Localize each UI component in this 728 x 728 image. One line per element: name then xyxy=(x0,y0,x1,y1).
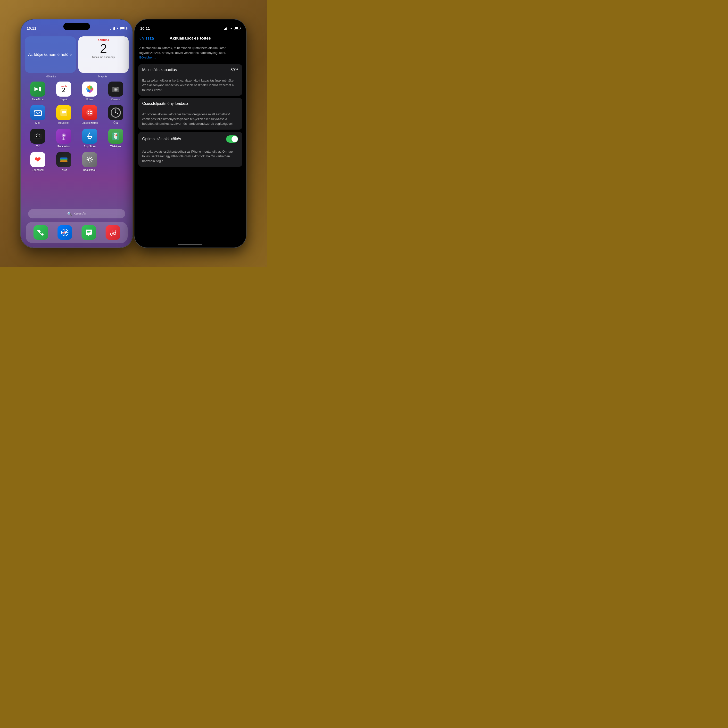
battery-icon-right xyxy=(234,27,240,30)
nav-bar: ‹ Vissza Akkuállapot és töltés xyxy=(135,33,246,44)
battery-info-text: A telefonakkumulátorok, mint minden újra… xyxy=(138,46,242,60)
clock-icon xyxy=(108,105,123,120)
svg-point-26 xyxy=(87,113,89,114)
status-right-right: ▲ xyxy=(224,26,240,30)
widget-labels: Időjárás Naptár xyxy=(25,75,128,78)
app-reminders[interactable]: Emlékeztetők xyxy=(80,105,99,124)
app-notes[interactable]: jegyzetek xyxy=(54,105,73,124)
tv-icon: ▶TV xyxy=(30,128,45,144)
app-photos[interactable]: Fotók xyxy=(80,81,99,101)
app-row-4: ❤ Egészség Tárca xyxy=(25,152,128,171)
status-right-left: ▲ xyxy=(110,26,127,30)
app-podcasts[interactable]: Podcastok xyxy=(54,128,73,148)
nav-title: Akkuállapot és töltés xyxy=(170,36,211,41)
battery-icon-left xyxy=(120,27,127,30)
app-maps[interactable]: Térképek xyxy=(106,128,125,148)
peak-performance-header: Csúcsteljesítmény leadása xyxy=(138,98,242,109)
photos-icon xyxy=(82,81,97,96)
svg-point-37 xyxy=(63,135,64,136)
max-capacity-title: Maximális kapacitás xyxy=(142,68,177,72)
svg-point-48 xyxy=(88,158,91,161)
cal-day-number: 2 xyxy=(100,42,107,55)
search-icon: 🔍 xyxy=(67,212,72,216)
dynamic-island-right xyxy=(177,23,203,30)
optimized-charging-toggle[interactable] xyxy=(226,135,238,143)
svg-marker-42 xyxy=(114,133,117,139)
health-icon: ❤ xyxy=(30,152,45,167)
svg-point-8 xyxy=(87,86,90,89)
dynamic-island xyxy=(63,23,90,30)
optimized-charging-row: Optimalizált akkutöltés xyxy=(138,132,242,146)
svg-point-16 xyxy=(113,87,113,88)
app-wallet[interactable]: Tárca xyxy=(54,152,73,171)
info-link[interactable]: Bővebben... xyxy=(139,55,156,59)
app-clock[interactable]: Óra xyxy=(106,105,125,124)
notes-icon xyxy=(56,105,71,120)
calendar-icon: szerda 2 xyxy=(56,81,71,96)
wallet-icon xyxy=(56,152,71,167)
search-bar-text: Keresés xyxy=(73,212,86,216)
svg-text:▶TV: ▶TV xyxy=(35,135,40,138)
wifi-icon-right: ▲ xyxy=(229,26,233,30)
svg-point-57 xyxy=(113,232,116,235)
dock-phone[interactable] xyxy=(34,225,48,240)
max-capacity-description: Ez az akkumulátor új korához viszonyítot… xyxy=(138,75,242,96)
reminders-icon xyxy=(82,105,97,120)
appstore-icon xyxy=(82,128,97,144)
camera-label: Kamera xyxy=(111,98,120,101)
signal-icon xyxy=(110,27,115,30)
app-row-3: ▶TV TV xyxy=(25,128,128,148)
widgets-area: Az Időjárás nem érhető el SZERDA 2 Nincs… xyxy=(25,37,128,73)
svg-point-56 xyxy=(110,233,113,236)
notes-label: jegyzetek xyxy=(58,121,69,124)
peak-performance-description: Az iPhone akkumulátorának kémiai öregedé… xyxy=(138,109,242,130)
app-camera[interactable]: Kamera xyxy=(106,81,125,101)
weather-label: Időjárás xyxy=(25,75,77,78)
settings-content: A telefonakkumulátorok, mint minden újra… xyxy=(135,46,246,248)
app-calendar[interactable]: szerda 2 Naptár xyxy=(54,81,73,101)
optimized-charging-label: Optimalizált akkutöltés xyxy=(142,137,181,141)
status-time-left: 10:11 xyxy=(27,26,37,30)
app-tv[interactable]: ▶TV TV xyxy=(28,128,47,148)
settings-label: Beállítások xyxy=(83,168,96,171)
back-button[interactable]: ‹ Vissza xyxy=(139,36,154,41)
app-settings[interactable]: Beállítások xyxy=(80,152,99,171)
max-capacity-card: Maximális kapacitás 89% Ez az akkumuláto… xyxy=(138,64,242,96)
photos-label: Fotók xyxy=(86,98,93,101)
maps-label: Térképek xyxy=(110,145,121,148)
maps-icon xyxy=(108,128,123,144)
max-capacity-header: Maximális kapacitás 89% xyxy=(138,64,242,75)
app-facetime[interactable]: FaceTime xyxy=(28,81,47,101)
settings-icon xyxy=(82,152,97,167)
svg-point-23 xyxy=(86,109,93,116)
optimized-charging-description: Az akkuavulás csökkentéséhez az iPhone m… xyxy=(138,146,242,167)
app-health[interactable]: ❤ Egészség xyxy=(28,152,47,171)
svg-rect-46 xyxy=(60,159,67,161)
dock-messages[interactable] xyxy=(81,225,96,240)
peak-performance-card: Csúcsteljesítmény leadása Az iPhone akku… xyxy=(138,98,242,130)
widget-weather-text: Az Időjárás nem érhető el xyxy=(28,52,72,57)
app-appstore[interactable]: App Store xyxy=(80,128,99,148)
svg-point-10 xyxy=(87,89,90,92)
dock-safari[interactable] xyxy=(58,225,72,240)
phone-right: 10:11 ▲ ‹ Vi xyxy=(135,20,246,248)
app-grid: FaceTime szerda 2 Naptár xyxy=(25,81,128,176)
app-mail[interactable]: Mail xyxy=(28,105,47,124)
cal-event: Nincs ma esemény xyxy=(92,55,115,59)
appstore-label: App Store xyxy=(84,145,96,148)
toggle-knob xyxy=(231,136,238,142)
widget-calendar[interactable]: SZERDA 2 Nincs ma esemény xyxy=(78,37,128,73)
home-indicator-right xyxy=(178,244,202,245)
app-row-2: Mail jegyzetek xyxy=(25,105,128,124)
svg-rect-15 xyxy=(117,87,118,88)
health-label: Egészség xyxy=(32,168,43,171)
widget-weather[interactable]: Az Időjárás nem érhető el xyxy=(25,37,76,73)
svg-point-43 xyxy=(116,135,117,136)
status-time-right: 10:11 xyxy=(140,26,150,30)
clock-label: Óra xyxy=(113,121,118,124)
dock-music[interactable] xyxy=(106,225,120,240)
search-bar[interactable]: 🔍 Keresés xyxy=(28,209,125,219)
mail-icon xyxy=(30,105,45,120)
facetime-label: FaceTime xyxy=(32,98,44,101)
phone-screen-right: 10:11 ▲ ‹ Vi xyxy=(135,20,246,248)
